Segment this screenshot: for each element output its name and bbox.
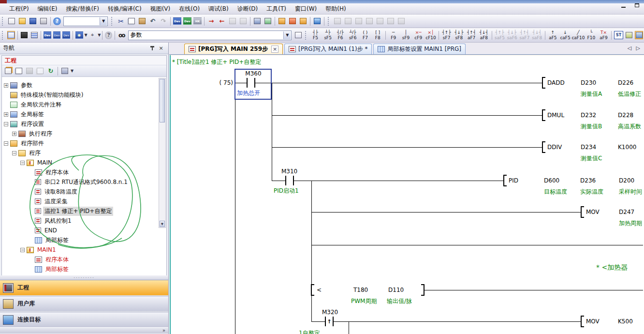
alarm-monitor-button[interactable]: [397, 17, 406, 25]
fkey-sF8-button[interactable]: ┤↓├sF8: [453, 29, 465, 42]
cross-reference-button[interactable]: oo: [117, 31, 126, 39]
fkey-cF9-button[interactable]: ×─cF9: [412, 29, 424, 42]
edit-mode-button[interactable]: [635, 31, 643, 39]
contact-m310[interactable]: [285, 176, 294, 185]
tree-item-16[interactable]: 局部标签: [2, 235, 166, 245]
fkey-F6-button[interactable]: ┤/├F6: [335, 29, 347, 42]
menu-item-8[interactable]: 工具(T): [262, 4, 291, 14]
tree-item-14[interactable]: 风机控制1: [2, 216, 166, 226]
device-comment-button[interactable]: Dev: [44, 31, 51, 39]
tree-expander-icon[interactable]: +: [4, 112, 8, 117]
combo-dropdown-icon[interactable]: ▼: [283, 31, 291, 39]
string-find-button[interactable]: HK: [193, 17, 202, 25]
tree-expander-icon[interactable]: −: [4, 122, 8, 126]
tree-item-19[interactable]: 局部标签: [2, 264, 166, 274]
plc-verify-button[interactable]: [228, 17, 237, 25]
device-find-button[interactable]: Dev: [173, 17, 181, 25]
plc-write-button[interactable]: →: [207, 17, 216, 25]
toolbar-grip[interactable]: [305, 31, 308, 40]
menu-item-6[interactable]: 调试(B): [204, 4, 233, 14]
tab-0[interactable]: [PRG]写入 MAIN 259步×: [184, 44, 283, 54]
tree-item-18[interactable]: 程序本体: [2, 255, 166, 264]
contact-m320-rising[interactable]: ↑: [325, 317, 334, 326]
menu-item-10[interactable]: 帮助(H): [321, 4, 350, 14]
fkey-F10-button[interactable]: └F10: [585, 29, 597, 42]
minimize-button[interactable]: [618, 1, 629, 9]
menu-item-1[interactable]: 编辑(E): [33, 4, 62, 14]
menu-item-9[interactable]: 窗口(W): [291, 4, 321, 14]
paste-button[interactable]: [138, 17, 146, 25]
fkey-saF5-button[interactable]: ┤↑├saF5: [494, 29, 506, 42]
tree-item-2[interactable]: 全局软元件注释: [2, 100, 166, 109]
tree-item-1[interactable]: 特殊模块(智能功能模块): [2, 90, 166, 100]
nav-refresh-button[interactable]: ↻: [46, 67, 55, 75]
tree-item-13[interactable]: 温控1 修正+ PID+自整定: [2, 206, 166, 216]
tree-item-6[interactable]: −程序部件: [2, 138, 166, 148]
tree-item-10[interactable]: 串口2 RTU通讯格式9600.8.n.1: [2, 177, 166, 187]
combo-dropdown-icon[interactable]: ▼: [100, 17, 107, 25]
tab-1[interactable]: [PRG]写入 MAIN1 (1)步 *: [284, 44, 372, 54]
navigation-toggle-button[interactable]: [7, 31, 15, 39]
close-panel-button[interactable]: ×: [157, 45, 165, 52]
scrollbar-thumb[interactable]: [160, 79, 165, 122]
restore-button[interactable]: [631, 1, 642, 9]
transfer-verify-button[interactable]: [299, 17, 307, 25]
tree-item-15[interactable]: END: [2, 226, 166, 235]
nav-sort-button[interactable]: [60, 67, 69, 75]
device-batch-find-button[interactable]: Dev: [183, 17, 191, 25]
device-block-button[interactable]: Dev: [62, 31, 70, 39]
fkey-sF6-button[interactable]: ┴/├sF6: [347, 29, 359, 42]
fkey-aF5-button[interactable]: ↑aF5: [547, 29, 559, 42]
fkey-F7-button[interactable]: ( )F7: [359, 29, 371, 42]
toolbar-grip[interactable]: [328, 17, 331, 26]
scan-monitor-button[interactable]: [386, 17, 395, 25]
ladder-editor[interactable]: * [Title]温控1 修正+ PID+自整定 ( 75) M360 加热总开…: [169, 55, 644, 334]
device-monitor-button[interactable]: [253, 17, 262, 25]
open-project-button[interactable]: [18, 17, 27, 25]
tree-expander-icon[interactable]: −: [4, 141, 8, 146]
transfer-write-button[interactable]: [278, 17, 286, 25]
fkey-caF10-button[interactable]: ╱caF10: [571, 29, 585, 42]
tab-scroll-left-icon[interactable]: ◁: [628, 45, 631, 51]
fkey-aF8-button[interactable]: ┤↓┤aF8: [478, 29, 490, 42]
nav-connection-button[interactable]: 连接目标: [0, 312, 168, 328]
nav-new-button[interactable]: [4, 67, 13, 75]
fkey-sF5-button[interactable]: ┴├sF5: [322, 29, 334, 42]
tree-item-0[interactable]: +参数: [2, 80, 166, 90]
pin-button[interactable]: [148, 45, 157, 52]
fkey-sF7-button[interactable]: ┤↑├sF7: [440, 29, 453, 42]
tree-scrollbar[interactable]: ▼: [159, 78, 166, 228]
redo-button[interactable]: ↷: [159, 17, 168, 25]
plc-diagnostics-button[interactable]: [239, 17, 248, 25]
save-project-button[interactable]: [29, 17, 37, 25]
page-find-button[interactable]: [294, 31, 302, 39]
fkey-F5-button[interactable]: ┤├F5: [309, 29, 322, 42]
print-button[interactable]: [39, 17, 48, 25]
tab-close-button[interactable]: ×: [271, 46, 278, 53]
menu-item-3[interactable]: 转换/编译(C): [103, 4, 146, 14]
new-project-button[interactable]: [7, 17, 16, 25]
inline-st-button[interactable]: [625, 31, 633, 39]
device-display-menu-button[interactable]: ◉: [75, 31, 83, 39]
nav-copy-info-button[interactable]: [36, 67, 44, 75]
tree-item-12[interactable]: 温度采集: [2, 197, 166, 206]
toolbar-grip[interactable]: [2, 31, 5, 40]
nav-paste-button[interactable]: [25, 67, 34, 75]
fkey-F9-button[interactable]: ─F9: [387, 29, 399, 42]
fkey-aF7-button[interactable]: ┤↑┤aF7: [466, 29, 478, 42]
scrollbar-down-icon[interactable]: ▼: [160, 221, 165, 227]
tree-item-9[interactable]: 程序本体: [2, 167, 166, 177]
fkey-caF5-button[interactable]: ↓caF5: [559, 29, 571, 42]
tree-expander-icon[interactable]: +: [12, 132, 16, 136]
monitor-mode-button[interactable]: [313, 17, 322, 25]
toolbar-grip[interactable]: [111, 17, 114, 26]
device-search-menu-button-dropdown-icon[interactable]: ▼: [98, 33, 101, 37]
fkey-aF9-button[interactable]: T×aF9: [598, 29, 610, 42]
program-select-combo[interactable]: ▼: [63, 16, 108, 26]
transfer-read-button[interactable]: [288, 17, 297, 25]
nav-copy-button[interactable]: [15, 67, 23, 75]
pulse-monitor-button[interactable]: [354, 17, 363, 25]
ladder-monitor-button[interactable]: [333, 17, 342, 25]
panel-splitter[interactable]: ·········: [0, 275, 168, 280]
menu-item-2[interactable]: 搜索/替换(F): [62, 4, 103, 14]
